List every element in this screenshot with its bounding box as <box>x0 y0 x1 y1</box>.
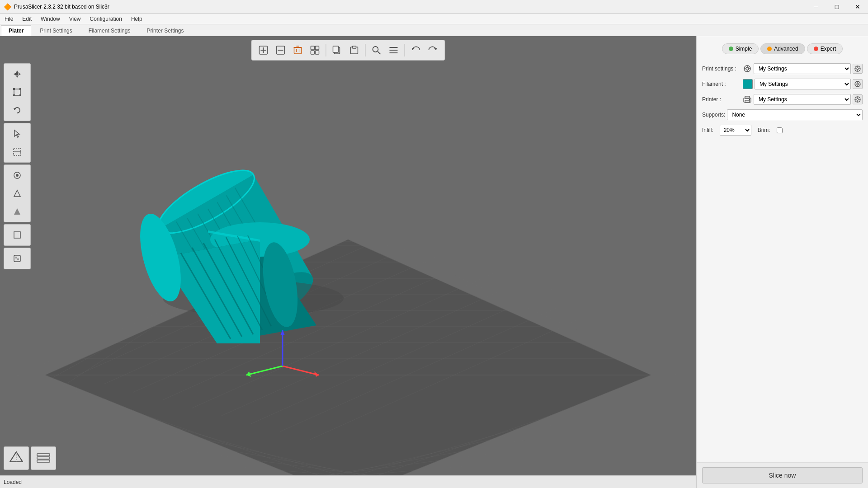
brim-checkbox[interactable] <box>777 127 783 133</box>
menu-edit[interactable]: Edit <box>18 15 36 23</box>
svg-rect-92 <box>353 46 356 48</box>
svg-line-28 <box>348 375 651 488</box>
paste-button[interactable] <box>346 42 363 58</box>
menu-view[interactable]: View <box>65 15 85 23</box>
svg-point-46 <box>151 159 263 244</box>
mode-selector: Simple Advanced Expert <box>702 41 863 57</box>
copy-button[interactable] <box>329 42 345 58</box>
menu-help[interactable]: Help <box>127 15 147 23</box>
print-settings-wrap: My Settings <box>743 63 863 74</box>
svg-line-48 <box>187 218 243 315</box>
svg-line-94 <box>378 52 381 54</box>
maximize-button[interactable]: □ <box>826 0 847 14</box>
print-settings-edit[interactable] <box>853 64 863 74</box>
status-bar: Loaded <box>0 475 696 488</box>
undo-button[interactable] <box>408 42 424 58</box>
tab-plater[interactable]: Plater <box>1 25 31 36</box>
svg-rect-108 <box>13 94 15 96</box>
svg-rect-117 <box>14 232 20 238</box>
infill-select[interactable]: 5% 10% 15% 20% 25% 30% 40% 50% <box>720 125 751 136</box>
svg-line-29 <box>75 391 377 488</box>
svg-line-18 <box>192 272 495 408</box>
svg-rect-90 <box>333 46 339 52</box>
toolbar <box>251 40 445 61</box>
printer-edit[interactable] <box>853 94 863 104</box>
add-object-button[interactable] <box>255 42 272 58</box>
filament-select[interactable]: My Settings <box>755 79 851 89</box>
svg-line-24 <box>45 246 289 382</box>
extra-tools <box>4 248 31 269</box>
svg-point-59 <box>132 210 189 306</box>
extra-tool[interactable] <box>7 250 27 267</box>
svg-point-54 <box>163 280 344 316</box>
svg-line-47 <box>176 222 233 320</box>
seam-tool[interactable] <box>7 185 27 202</box>
printer-select[interactable]: My Settings <box>754 94 851 105</box>
slice-now-button[interactable]: Slice now <box>702 467 863 483</box>
select-tool[interactable] <box>7 125 27 142</box>
svg-line-67 <box>248 235 287 319</box>
advanced-mode-button[interactable]: Advanced <box>760 43 805 54</box>
fdm-supports-tool[interactable] <box>7 203 27 220</box>
tab-printer-settings[interactable]: Printer Settings <box>139 25 191 36</box>
svg-point-114 <box>16 174 19 177</box>
svg-rect-44 <box>160 174 312 330</box>
rotate-tool[interactable] <box>7 102 27 119</box>
expert-mode-button[interactable]: Expert <box>807 43 843 54</box>
layers-view-button[interactable] <box>31 446 56 470</box>
svg-marker-58 <box>160 239 260 343</box>
3d-view-button[interactable] <box>4 446 29 470</box>
simple-mode-button[interactable]: Simple <box>722 43 759 54</box>
sla-supports-tool[interactable] <box>7 226 27 244</box>
tab-print-settings[interactable]: Print Settings <box>32 25 80 36</box>
svg-marker-57 <box>160 239 260 271</box>
tab-filament-settings[interactable]: Filament Settings <box>81 25 138 36</box>
svg-marker-100 <box>16 70 19 73</box>
printer-label: Printer : <box>702 96 743 103</box>
svg-point-43 <box>151 159 263 244</box>
move-tool[interactable] <box>7 66 27 83</box>
menu-window[interactable]: Window <box>36 15 65 23</box>
viewport-scene <box>0 36 696 488</box>
cut-tool[interactable] <box>7 143 27 160</box>
scale-tool[interactable] <box>7 84 27 101</box>
right-panel-spacer <box>697 254 868 463</box>
filament-color-swatch[interactable] <box>743 79 753 89</box>
paint-supports-tool[interactable] <box>7 167 27 184</box>
advanced-mode-label: Advanced <box>774 46 798 52</box>
svg-line-62 <box>192 248 242 337</box>
svg-marker-98 <box>412 48 415 50</box>
arrange-button[interactable] <box>307 42 323 58</box>
svg-line-25 <box>45 258 260 398</box>
svg-marker-99 <box>434 48 437 50</box>
print-settings-select[interactable]: My Settings <box>754 63 851 74</box>
svg-line-13 <box>348 239 651 375</box>
simple-mode-dot <box>729 47 733 51</box>
redo-button[interactable] <box>425 42 441 58</box>
svg-line-15 <box>104 249 407 384</box>
layer-editing-button[interactable] <box>386 42 402 58</box>
svg-line-20 <box>251 288 554 424</box>
viewport[interactable]: Loaded <box>0 36 696 488</box>
minimize-button[interactable]: ─ <box>806 0 826 14</box>
svg-line-123 <box>16 452 23 462</box>
svg-line-71 <box>246 366 283 375</box>
menu-configuration[interactable]: Configuration <box>85 15 127 23</box>
search-button[interactable] <box>368 42 385 58</box>
menu-file[interactable]: File <box>0 15 18 23</box>
close-button[interactable]: ✕ <box>847 0 868 14</box>
delete-object-button[interactable] <box>273 42 289 58</box>
advanced-mode-dot <box>767 47 772 51</box>
svg-line-27 <box>45 375 348 488</box>
delete-all-button[interactable] <box>290 42 306 58</box>
paint-tools <box>4 164 31 222</box>
svg-line-50 <box>208 209 264 305</box>
svg-line-22 <box>310 304 613 440</box>
filament-edit[interactable] <box>853 79 863 89</box>
svg-marker-121 <box>10 452 23 462</box>
infill-label: Infill: <box>702 127 713 133</box>
svg-line-23 <box>16 241 319 376</box>
supports-select[interactable]: None Support on build plate only For all… <box>727 109 863 120</box>
svg-marker-115 <box>14 190 20 197</box>
svg-point-45 <box>209 261 321 346</box>
